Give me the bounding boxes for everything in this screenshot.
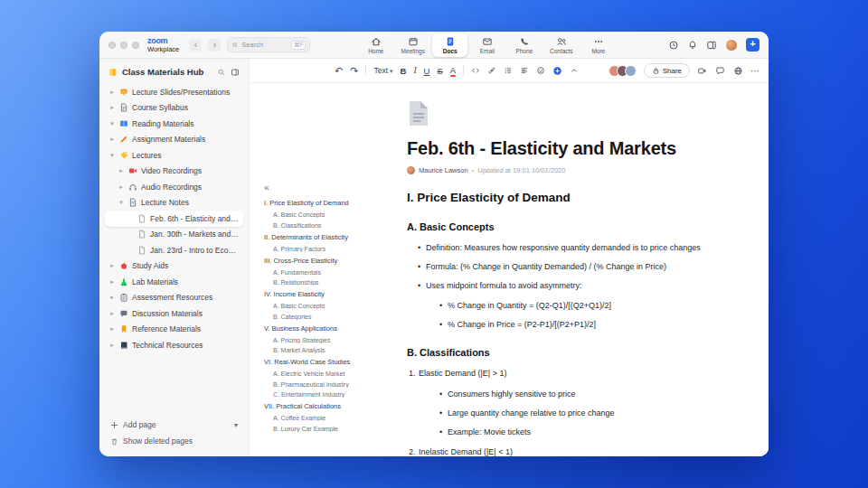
outline-item[interactable]: B. Relationships <box>273 279 401 286</box>
italic-button[interactable]: I <box>413 66 416 75</box>
chevron-down-icon[interactable] <box>108 152 116 159</box>
sidebar-item[interactable]: Audio Recordings <box>105 179 243 195</box>
share-button[interactable]: Share <box>644 63 690 78</box>
sidebar-item[interactable]: Technical Resources <box>105 337 243 353</box>
chevron-right-icon[interactable] <box>108 310 116 317</box>
outline-collapse-icon[interactable] <box>264 183 401 192</box>
back-button[interactable] <box>189 39 202 52</box>
underline-button[interactable]: U <box>424 66 430 76</box>
collapse-toolbar-icon[interactable] <box>570 66 579 75</box>
sidebar-item[interactable]: Lecture Slides/Presentations <box>105 84 243 100</box>
tab-phone[interactable]: Phone <box>506 33 542 57</box>
outline-item[interactable]: A. Basic Concepts <box>273 211 401 218</box>
insert-plus-icon[interactable] <box>552 66 562 76</box>
chevron-right-icon[interactable] <box>118 167 125 174</box>
comment-icon[interactable] <box>715 66 725 76</box>
sidebar-item[interactable]: Assignment Materials <box>105 132 243 148</box>
outline-item[interactable]: III. Cross-Price Elasticity <box>264 257 401 265</box>
bullet-list-icon[interactable] <box>504 66 513 75</box>
sidebar-toggle-icon[interactable] <box>706 40 717 51</box>
tab-more[interactable]: More <box>580 33 616 57</box>
code-icon[interactable] <box>471 66 480 75</box>
undo-button[interactable]: ↶ <box>335 66 343 76</box>
outline-item[interactable]: B. Market Analysis <box>273 347 401 353</box>
outline-item[interactable]: A. Primary Factors <box>273 246 401 252</box>
chevron-right-icon[interactable] <box>108 89 116 96</box>
chevron-right-icon[interactable] <box>108 294 116 301</box>
link-icon[interactable] <box>487 66 496 75</box>
chevron-right-icon[interactable] <box>108 325 116 333</box>
chevron-right-icon[interactable] <box>118 183 125 191</box>
tab-docs[interactable]: Docs <box>432 33 467 57</box>
sidebar-item[interactable]: Feb. 6th - Elasticity and M... <box>105 211 243 227</box>
outline-item[interactable]: A. Pricing Strategies <box>273 337 401 343</box>
text-style-dropdown[interactable]: Text <box>373 66 392 75</box>
show-deleted-pages-button[interactable]: Show deleted pages <box>110 436 238 446</box>
globe-icon[interactable] <box>733 66 743 76</box>
chevron-right-icon[interactable] <box>108 262 116 269</box>
sidebar-item[interactable]: Course Syllabus <box>105 100 243 117</box>
sidebar-item[interactable]: Reading Materials <box>105 116 243 132</box>
sidebar-item-label: Reading Materials <box>132 119 240 128</box>
outline-item[interactable]: B. Luxury Car Example <box>273 426 401 432</box>
clock-icon[interactable] <box>668 40 679 51</box>
sidebar-item[interactable]: Study Aids <box>105 258 243 275</box>
redo-button[interactable]: ↷ <box>350 66 358 76</box>
strikethrough-button[interactable]: S <box>437 66 442 76</box>
add-page-chevron-icon[interactable] <box>234 421 238 429</box>
close-window-button[interactable] <box>108 42 116 49</box>
outline-item[interactable]: B. Categories <box>273 314 401 320</box>
document-content[interactable]: Feb. 6th - Elasticity and Markets Mauric… <box>407 83 732 456</box>
chevron-down-icon[interactable] <box>108 120 116 127</box>
outline-item[interactable]: I. Price Elasticity of Demand <box>264 199 401 207</box>
outline-item[interactable]: V. Business Applications <box>264 324 401 333</box>
bold-button[interactable]: B <box>401 66 407 76</box>
sidebar-item[interactable]: Jan. 23rd - Intro to Econo... <box>105 242 243 258</box>
sidebar-item[interactable]: Lecture Notes <box>105 195 243 211</box>
outline-item[interactable]: A. Electric Vehicle Market <box>273 371 401 377</box>
collaborator-avatar[interactable] <box>625 65 637 77</box>
sidebar-item[interactable]: Jan. 30th - Markets and P... <box>105 227 243 243</box>
outline-item[interactable]: IV. Income Elasticity <box>264 290 401 298</box>
outline-item[interactable]: A. Fundamentals <box>273 269 401 276</box>
tab-home[interactable]: Home <box>358 33 393 57</box>
chevron-right-icon[interactable] <box>108 104 116 111</box>
sidebar-collapse-icon[interactable] <box>231 68 240 77</box>
maximize-window-button[interactable] <box>132 42 139 49</box>
minimize-window-button[interactable] <box>120 42 127 49</box>
sidebar-search-icon[interactable] <box>217 68 226 77</box>
outline-item[interactable]: A. Basic Concepts <box>273 303 401 309</box>
sidebar-item[interactable]: Lectures <box>105 147 243 164</box>
align-icon[interactable] <box>520 66 529 75</box>
sidebar-item[interactable]: Video Recordings <box>105 164 243 180</box>
outline-item[interactable]: B. Classifications <box>273 222 401 229</box>
outline-item[interactable]: VI. Real-World Case Studies <box>264 358 401 366</box>
doc-bullet-item: Definition: Measures how responsive quan… <box>407 243 732 254</box>
sidebar-item[interactable]: Lab Materials <box>105 274 243 290</box>
chevron-right-icon[interactable] <box>108 342 116 349</box>
sidebar-item[interactable]: Reference Materials <box>105 322 243 338</box>
tab-email[interactable]: Email <box>469 33 505 57</box>
global-search-input[interactable]: Search ⌘F <box>227 37 310 52</box>
notifications-bell-icon[interactable] <box>687 40 698 51</box>
chevron-right-icon[interactable] <box>108 278 116 286</box>
outline-item[interactable]: B. Pharmaceutical Industry <box>273 381 401 388</box>
sidebar-item[interactable]: Discussion Materials <box>105 305 243 322</box>
outline-item[interactable]: C. Entertainment Industry <box>273 391 401 398</box>
outline-item[interactable]: VII. Practical Calculations <box>264 402 401 410</box>
user-avatar[interactable] <box>725 39 738 52</box>
video-camera-icon[interactable] <box>697 66 707 76</box>
emoji-icon[interactable] <box>536 66 545 75</box>
sidebar-item[interactable]: Assessment Resources <box>105 290 243 306</box>
tab-meetings[interactable]: Meetings <box>395 33 430 57</box>
toolbar-more-icon[interactable]: ⋯ <box>750 66 760 76</box>
tab-contacts[interactable]: Contacts <box>543 33 579 57</box>
outline-item[interactable]: II. Determinants of Elasticity <box>264 233 401 241</box>
font-color-button[interactable]: A <box>450 65 456 77</box>
chevron-down-icon[interactable] <box>118 199 125 206</box>
chevron-right-icon[interactable] <box>108 136 116 143</box>
forward-button[interactable] <box>208 39 221 52</box>
outline-item[interactable]: A. Coffee Example <box>273 415 401 421</box>
add-page-button[interactable]: Add page <box>110 420 238 429</box>
new-button[interactable]: + <box>746 38 760 52</box>
